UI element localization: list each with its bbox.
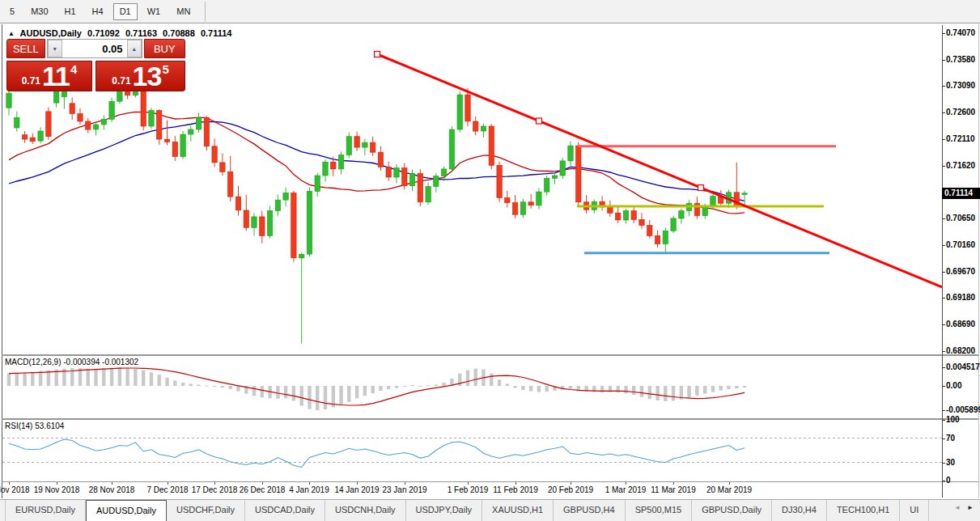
macd-histogram-bar <box>102 368 105 386</box>
pane-divider[interactable] <box>2 354 978 356</box>
candle <box>623 209 628 224</box>
macd-histogram-bar <box>189 383 193 386</box>
candle-body <box>671 218 676 231</box>
tab-dj30-h4[interactable]: DJ30,H4 <box>772 500 827 521</box>
timeframe-button-w1[interactable]: W1 <box>141 3 168 20</box>
candle <box>204 116 209 150</box>
macd-histogram-bar <box>316 386 319 410</box>
candle <box>473 116 478 136</box>
timeframe-button-h4[interactable]: H4 <box>86 3 110 20</box>
trendline-handle[interactable] <box>375 52 380 57</box>
macd-histogram-bar <box>15 373 19 386</box>
macd-indicator-pane[interactable] <box>2 356 942 418</box>
timeframe-button-m30[interactable]: M30 <box>24 3 54 20</box>
tab-xauusd-h1[interactable]: XAUUSD,H1 <box>482 500 554 521</box>
chart-window-border-right <box>978 24 979 498</box>
macd-histogram-bar <box>711 386 715 392</box>
candle-body <box>489 126 494 165</box>
macd-histogram-bar <box>229 386 232 389</box>
tab-sp500-m15[interactable]: SP500,M15 <box>626 500 692 521</box>
macd-histogram-bar <box>418 386 422 387</box>
candle-body <box>418 173 422 202</box>
axis-tick-mark <box>942 218 945 219</box>
candle-body <box>180 134 185 157</box>
tab-tech100-h1[interactable]: TECH100,H1 <box>827 500 900 521</box>
candle <box>616 205 621 223</box>
volume-increase-button[interactable]: ▲ <box>127 40 142 57</box>
timeframe-button-d1[interactable]: D1 <box>113 3 138 20</box>
macd-histogram-bar <box>134 369 137 386</box>
timeframe-button-h1[interactable]: H1 <box>58 3 83 20</box>
macd-histogram-bar <box>205 386 208 387</box>
candle-body <box>6 93 11 108</box>
trendline-handle[interactable] <box>698 185 704 191</box>
macd-histogram-bar <box>569 386 572 389</box>
price-tick-label: 0.72600 <box>946 108 975 117</box>
axis-tick-mark <box>942 367 945 368</box>
date-tick-mark <box>515 482 516 485</box>
price-tick-label: 0.72110 <box>946 134 975 144</box>
rsi-line <box>9 439 745 468</box>
sell-price-tile[interactable]: 0.71 11 4 <box>6 61 92 91</box>
macd-histogram-bar <box>387 386 390 389</box>
timeframe-button-5[interactable]: 5 <box>3 3 21 20</box>
tab-scroll-right-icon[interactable]: ► <box>967 504 974 511</box>
tab-gbpusd-h4[interactable]: GBPUSD,H4 <box>554 500 626 521</box>
candle <box>235 186 240 216</box>
date-tick-mark <box>262 482 263 485</box>
volume-input[interactable]: 0.05 <box>62 40 127 57</box>
axis-tick-mark <box>942 245 945 246</box>
rsi-label: RSI(14) 53.6104 <box>5 421 64 430</box>
candle-body <box>189 129 193 134</box>
collapse-icon[interactable]: ▲ <box>8 30 15 37</box>
tab-usdcad-daily[interactable]: USDCAD,Daily <box>245 500 325 521</box>
candle-body <box>639 219 644 225</box>
candle <box>228 156 233 201</box>
candle-body <box>149 111 154 126</box>
buy-button[interactable]: BUY <box>144 39 185 58</box>
tab-usdchf-daily[interactable]: USDCHF,Daily <box>167 500 245 521</box>
symbol-tab-bar: EURUSD,DailyAUDUSD,DailyUSDCHF,DailyUSDC… <box>0 499 980 521</box>
candle-body <box>235 197 240 210</box>
pane-divider[interactable] <box>2 418 978 420</box>
current-price-badge: 0.71114 <box>942 188 980 199</box>
macd-histogram-bar <box>426 386 430 387</box>
price-axis-divider <box>942 25 943 498</box>
date-tick-mark <box>729 482 730 485</box>
candle-body <box>283 193 288 200</box>
candle-body <box>172 142 177 156</box>
macd-label: MACD(12,26,9) -0.000394 -0.001302 <box>5 358 138 366</box>
date-tick-label: 28 Nov 2018 <box>79 485 144 494</box>
candle <box>694 197 699 219</box>
tab-ui[interactable]: UI <box>900 500 929 521</box>
candle-body <box>371 142 375 152</box>
tab-audusd-daily[interactable]: AUDUSD,Daily <box>86 500 167 521</box>
trendline-handle[interactable] <box>537 118 542 124</box>
candle-body <box>228 172 233 197</box>
timeframe-button-mn[interactable]: MN <box>170 3 197 20</box>
sell-price-prefix: 0.71 <box>22 75 40 87</box>
chevron-up-icon: ▲ <box>131 46 137 52</box>
candle-body <box>394 168 399 177</box>
candle <box>402 163 407 190</box>
macd-histogram-bar <box>339 386 342 405</box>
rsi-indicator-pane[interactable] <box>2 420 942 481</box>
candle <box>172 136 177 161</box>
candle-body <box>679 211 684 218</box>
candle-body <box>22 135 27 139</box>
candle-body <box>457 95 462 129</box>
candle-body <box>70 104 74 114</box>
macd-tick-label: 0.004517 <box>946 362 980 372</box>
volume-decrease-button[interactable]: ▼ <box>48 40 62 57</box>
candle <box>600 197 605 211</box>
tab-scroll-left-icon[interactable]: ◄ <box>954 504 961 511</box>
buy-price-tile[interactable]: 0.71 13 5 <box>95 61 185 91</box>
tab-usdcnh-daily[interactable]: USDCNH,Daily <box>325 500 406 521</box>
rsi-tick-label: 100 <box>946 415 960 425</box>
tab-usdjpy-daily[interactable]: USDJPY,Daily <box>406 500 483 521</box>
tab-eurusd-daily[interactable]: EURUSD,Daily <box>5 500 86 521</box>
candle-body <box>623 211 628 220</box>
sell-button[interactable]: SELL <box>6 39 45 58</box>
candle <box>78 108 83 125</box>
tab-gbpusd-daily[interactable]: GBPUSD,Daily <box>692 500 772 521</box>
